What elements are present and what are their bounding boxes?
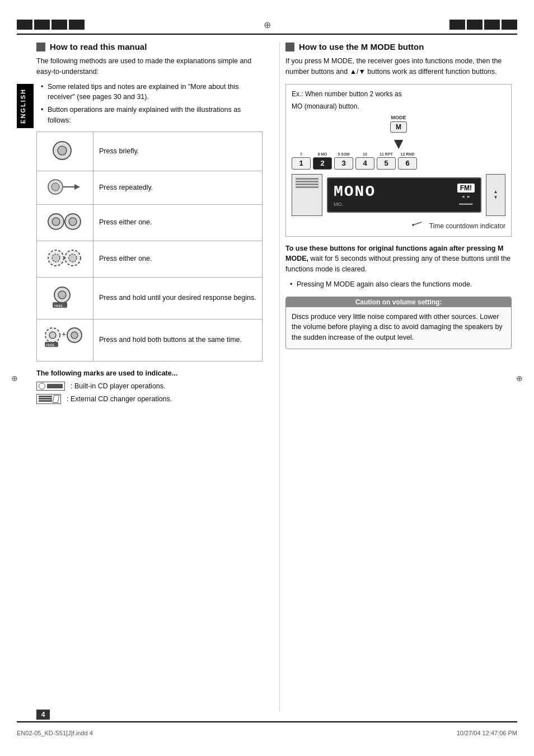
svg-point-24 [71,332,78,339]
page-border-bottom [17,721,517,722]
changer-slash [53,395,59,403]
footer-right: 10/27/04 12:47:06 PM [457,730,517,736]
num-btn-4: 10 4 [355,157,374,170]
label-press-either-1: Press either one. [93,204,263,241]
svg-point-25 [412,224,414,226]
num-btn-1-sub: 7 [300,152,302,156]
svg-point-19 [49,332,56,339]
header-center-symbol: ⊕ [264,20,271,30]
num-btn-3-sub: 9 SSM [338,152,349,156]
table-row-hold-plus: Hold... + Press and hold both buttons at… [37,319,263,361]
header-right [449,20,517,30]
left-column: How to read this manual The following me… [36,42,268,711]
mode-bullet-item: Pressing M MODE again also clears the fu… [290,279,512,290]
instructions-text: wait for 5 seconds without pressing any … [285,255,510,273]
right-crosshair-icon: ⊕ [516,374,523,383]
label-press-hold: Press and hold until your desired respon… [93,277,263,319]
mode-button-area: MODE M [292,115,505,133]
hold-plus-icon: Hold... + [43,324,87,356]
right-title-bar-icon [285,43,294,51]
icon-cell-hold-plus: Hold... + [37,319,93,361]
right-section-heading: How to use the M MODE button [299,42,424,51]
time-countdown-label: Time countdown indicator [429,222,505,230]
single-button-icon [48,137,82,166]
header-bar: ⊕ [17,17,517,32]
svg-point-9 [69,218,77,226]
svg-point-13 [69,254,77,262]
svg-point-1 [58,146,67,155]
header-square-7 [484,20,500,30]
either-solid-icon [45,209,85,236]
button-table: Press briefly. Press repeatedl [36,132,263,361]
either-dotted-icon [45,246,85,273]
num-btn-5: 11 RPT 5 [377,157,396,170]
bullet-item-1: Some related tips and notes are explaine… [41,82,263,103]
left-crosshair-icon: ⊕ [11,374,18,383]
display-mono-text: MONO [334,183,376,200]
svg-marker-5 [74,184,80,190]
icon-cell-either-dotted [37,241,93,277]
button-instructions: To use these buttons for original functi… [285,243,512,275]
left-section-heading: How to read this manual [50,42,147,51]
main-content: How to read this manual The following me… [36,42,512,711]
marks-section: The following marks are used to indicate… [36,369,263,404]
label-press-briefly: Press briefly. [93,132,263,171]
svg-text:Hold...: Hold... [46,343,57,347]
display-fm-badge: FM! [457,184,475,192]
label-press-either-2: Press either one. [93,241,263,277]
num-btn-5-sub: 11 RPT [380,152,393,156]
display-side-info: FM! ◄ ► ▬▬▬ [457,184,475,206]
table-row-press-repeatedly: Press repeatedly. [37,171,263,204]
display-small-indicators: ◄ ► [461,194,471,199]
sidebar-language-label: ENGLISH [17,84,34,128]
time-countdown-area: Time countdown indicator [292,219,505,231]
header-square-4 [69,20,85,30]
svg-point-7 [52,218,60,226]
num-btn-1: 7 1 [292,157,311,170]
header-square-8 [502,20,517,30]
svg-point-3 [51,183,59,191]
changer-line-1 [39,396,52,397]
changer-description: : External CD changer operations. [67,395,172,403]
left-section-title: How to read this manual [36,42,263,51]
example-label-2: MO (monaural) button. [292,102,505,110]
cd-circle [39,383,45,389]
header-square-3 [51,20,67,30]
header-square-5 [449,20,465,30]
num-buttons-row: 7 1 8 MO 2 9 SSM 3 10 4 11 RPT 5 [292,157,505,170]
icon-cell-single [37,132,93,171]
footer-left: EN02-05_KD-S51[J]f.indd 4 [17,730,93,736]
label-press-hold-both: Press and hold both buttons at the same … [93,319,263,361]
svg-text:+: + [62,330,66,339]
label-press-repeatedly: Press repeatedly. [93,171,263,204]
cd-line [47,384,63,388]
right-column: How to use the M MODE button If you pres… [279,42,512,711]
changer-lines [39,396,52,402]
cd-player-icon [36,382,65,391]
svg-text:Hold...: Hold... [54,304,65,308]
mode-intro-text: If you press M MODE, the receiver goes i… [285,56,512,77]
icon-cell-hold: Hold... [37,277,93,319]
num-btn-2: 8 MO 2 [313,157,332,170]
mode-button-icon: M [390,121,407,133]
left-intro-text: The following methods are used to made t… [36,56,263,77]
cd-changer-icon [36,394,61,404]
changer-line-3 [39,400,52,402]
icon-cell-repeat [37,171,93,204]
example-label-1: Ex.: When number button 2 works as [292,90,505,98]
left-bullet-list: Some related tips and notes are explaine… [36,82,263,126]
header-square-6 [467,20,483,30]
right-section-title: How to use the M MODE button [285,42,512,51]
mono-display: MONO MO. FM! ◄ ► ▬▬▬ [327,177,481,213]
mark-cd-row: : Built-in CD player operations. [36,382,263,391]
header-left [17,20,85,30]
mode-example-box: Ex.: When number button 2 works as MO (m… [285,84,512,237]
marks-title: The following marks are used to indicate… [36,369,263,377]
table-row-hold: Hold... Press and hold until your desire… [37,277,263,319]
table-row-press-briefly: Press briefly. [37,132,263,171]
table-row-either-solid: Press either one. [37,204,263,241]
title-bar-icon [36,43,45,51]
footer-area: EN02-05_KD-S51[J]f.indd 4 10/27/04 12:47… [17,730,517,736]
svg-point-11 [52,254,60,262]
down-arrow-icon: ▼ [292,135,505,153]
